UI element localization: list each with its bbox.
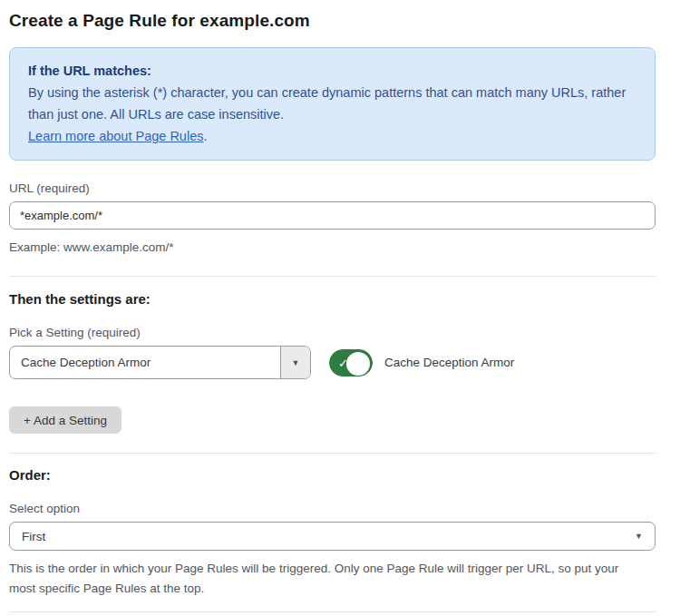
url-field: URL (required) Example: www.example.com/… bbox=[9, 181, 656, 258]
setting-select[interactable]: Cache Deception Armor ▼ bbox=[9, 346, 311, 379]
section-divider bbox=[9, 611, 656, 612]
order-select[interactable]: First ▼ bbox=[9, 522, 656, 551]
section-divider bbox=[9, 276, 656, 277]
cache-deception-armor-toggle[interactable]: ✓ bbox=[329, 349, 373, 376]
setting-select-value: Cache Deception Armor bbox=[10, 347, 280, 378]
settings-section-heading: Then the settings are: bbox=[9, 291, 656, 307]
url-example-helper: Example: www.example.com/* bbox=[9, 238, 656, 258]
order-section-heading: Order: bbox=[9, 467, 656, 483]
link-suffix: . bbox=[203, 129, 207, 143]
section-divider bbox=[9, 453, 656, 454]
create-page-rule-form: Create a Page Rule for example.com If th… bbox=[0, 0, 680, 616]
pick-setting-label: Pick a Setting (required) bbox=[9, 326, 656, 339]
info-box-link-row: Learn more about Page Rules. bbox=[28, 125, 636, 147]
setting-select-arrow-button[interactable]: ▼ bbox=[280, 347, 310, 378]
info-box-body: By using the asterisk (*) character, you… bbox=[28, 82, 636, 125]
order-helper-text: This is the order in which your Page Rul… bbox=[9, 559, 644, 599]
toggle-knob bbox=[346, 352, 370, 376]
url-label: URL (required) bbox=[9, 181, 656, 195]
url-input[interactable] bbox=[9, 201, 656, 230]
chevron-down-icon: ▼ bbox=[635, 532, 643, 541]
setting-row: Cache Deception Armor ▼ ✓ Cache Deceptio… bbox=[9, 346, 656, 379]
url-match-info-box: If the URL matches: By using the asteris… bbox=[9, 47, 656, 161]
toggle-label: Cache Deception Armor bbox=[384, 356, 514, 369]
select-option-label: Select option bbox=[9, 502, 656, 515]
chevron-down-icon: ▼ bbox=[292, 358, 300, 367]
learn-more-link[interactable]: Learn more about Page Rules bbox=[28, 129, 203, 143]
add-setting-button[interactable]: + Add a Setting bbox=[9, 406, 121, 434]
order-select-value: First bbox=[22, 530, 45, 543]
info-box-heading: If the URL matches: bbox=[28, 60, 636, 82]
page-title: Create a Page Rule for example.com bbox=[9, 11, 656, 31]
